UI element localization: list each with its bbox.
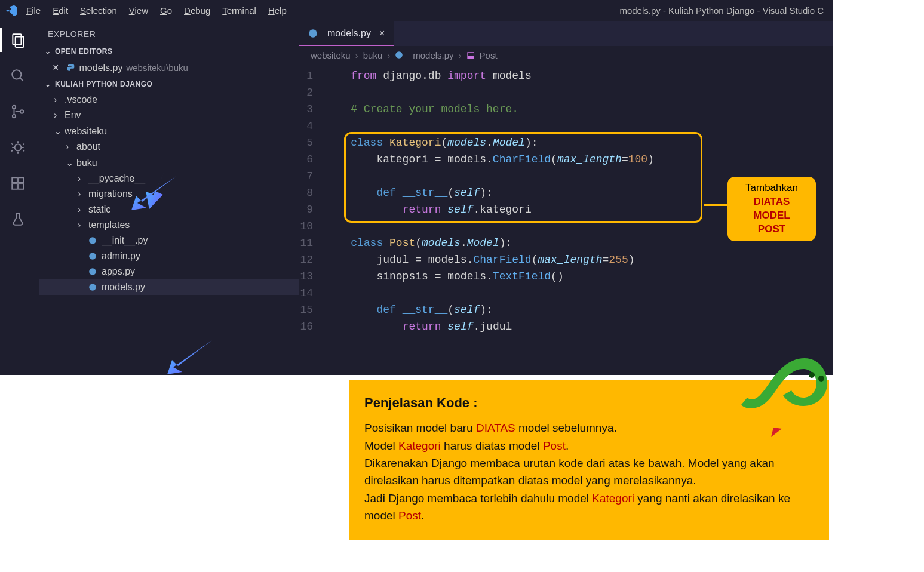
title-bar: FFileile Edit Selection View Go Debug Te… [0,0,833,21]
svg-point-7 [15,144,22,151]
tree-folder-pycache[interactable]: ›__pycache__ [39,171,299,186]
svg-point-17 [309,29,317,37]
body-area: EXPLORER ⌄ OPEN EDITORS × models.py webs… [0,21,833,375]
tree-folder-about[interactable]: ›about [39,139,299,155]
chevron-right-icon: › [387,50,390,60]
vscode-window: FFileile Edit Selection View Go Debug Te… [0,0,833,375]
tree-folder-templates[interactable]: ›templates [39,217,299,233]
project-label: KULIAH PYTHON DJANGO [55,80,152,88]
tree-file-admin[interactable]: admin.py [39,248,299,264]
python-icon [88,283,97,291]
chevron-down-icon: ⌄ [43,47,53,56]
tree-folder-buku[interactable]: ⌄buku [39,155,299,171]
svg-point-14 [89,253,96,260]
crumb-2[interactable]: buku [363,50,383,60]
menu-selection[interactable]: Selection [80,5,117,16]
testing-icon[interactable] [10,211,26,227]
menu-file[interactable]: FFileile [26,5,41,16]
annotation-connector [704,204,727,206]
svg-rect-0 [13,34,21,44]
svg-point-20 [818,376,824,382]
svg-point-4 [13,106,16,109]
annot-line1: Tambahkan [745,182,798,193]
close-icon[interactable]: × [379,28,385,39]
python-icon [88,267,97,276]
annot-line2: DIATAS [754,196,790,207]
open-editors-header[interactable]: ⌄ OPEN EDITORS [36,44,299,59]
search-icon[interactable] [10,67,26,84]
svg-rect-8 [12,177,17,183]
source-control-icon[interactable] [10,103,26,120]
svg-point-2 [12,70,21,79]
svg-point-18 [395,51,403,59]
svg-rect-11 [19,177,24,183]
menu-go[interactable]: Go [160,5,172,16]
python-icon [88,252,97,260]
svg-point-6 [20,110,23,113]
tree-folder-vscode[interactable]: ›.vscode [39,92,299,107]
python-icon [308,29,318,38]
tab-models[interactable]: models.py × [299,21,394,46]
tree-file-models[interactable]: models.py [39,279,299,295]
snake-mascot-icon [733,346,828,442]
menu-terminal[interactable]: Terminal [222,5,256,16]
annot-line4: POST [758,223,785,235]
menu-bar: FFileile Edit Selection View Go Debug Te… [26,5,619,16]
svg-point-15 [89,268,96,275]
tab-label: models.py [327,28,371,39]
tree-folder-static[interactable]: ›static [39,202,299,217]
chevron-right-icon: › [355,50,358,60]
close-icon[interactable]: × [53,61,59,74]
tree-folder-env[interactable]: ›Env [39,107,299,123]
sidebar: EXPLORER ⌄ OPEN EDITORS × models.py webs… [36,21,299,375]
file-tree: ›.vscode ›Env ⌄websiteku ›about ⌄buku ›_… [36,92,299,295]
debug-icon[interactable] [10,139,26,156]
window-title: models.py - Kuliah Python Django - Visua… [619,5,828,16]
open-editor-item[interactable]: × models.py websiteku\buku [36,59,299,76]
menu-edit[interactable]: Edit [53,5,68,16]
explorer-title: EXPLORER [36,24,299,44]
svg-point-13 [89,237,96,244]
svg-line-3 [20,78,23,81]
breadcrumb[interactable]: websiteku › buku › models.py › ⬓ Post [299,46,833,64]
open-file-path: websiteku\buku [126,63,188,73]
vscode-logo-icon [5,4,18,17]
svg-point-19 [809,372,815,378]
crumb-3[interactable]: models.py [413,50,453,60]
crumb-1[interactable]: websiteku [311,50,351,60]
explain-p4: Jadi Django membaca terlebih dahulu mode… [364,490,814,525]
annotation-callout: Tambahkan DIATAS MODEL POST [727,177,816,241]
extensions-icon[interactable] [10,175,26,192]
svg-point-5 [13,115,16,118]
activity-bar [0,21,36,375]
tab-bar: models.py × [299,21,833,46]
tree-file-init[interactable]: __init__.py [39,233,299,248]
svg-point-16 [89,284,96,291]
python-icon [395,51,403,59]
python-icon [65,63,75,73]
menu-view[interactable]: View [129,5,148,16]
crumb-4[interactable]: Post [480,50,498,60]
open-editors-label: OPEN EDITORS [55,47,112,56]
svg-rect-9 [12,184,17,189]
project-header[interactable]: ⌄ KULIAH PYTHON DJANGO [36,76,299,92]
menu-help[interactable]: Help [268,5,287,16]
svg-rect-10 [19,184,24,189]
annot-line3: MODEL [753,210,790,221]
menu-debug[interactable]: Debug [184,5,210,16]
explain-p3: Dikarenakan Django membaca urutan kode d… [364,454,814,490]
python-icon [88,236,97,245]
tree-folder-websiteku[interactable]: ⌄websiteku [39,123,299,139]
svg-point-12 [68,64,69,65]
symbol-class-icon: ⬓ [466,50,475,60]
svg-rect-1 [16,37,24,47]
open-file-name: models.py [79,63,123,73]
tree-file-apps[interactable]: apps.py [39,264,299,279]
explorer-icon[interactable] [10,32,26,48]
chevron-right-icon: › [459,50,462,60]
tree-folder-migrations[interactable]: ›migrations [39,186,299,202]
chevron-down-icon: ⌄ [43,80,53,88]
